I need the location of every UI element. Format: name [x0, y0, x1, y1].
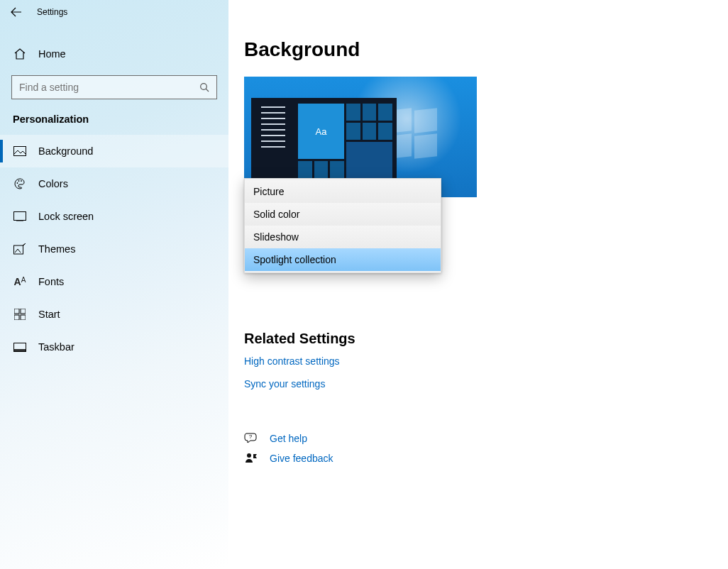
sidebar: Home Personalization Background Colors L…: [0, 0, 228, 569]
get-help-link[interactable]: Get help: [270, 433, 307, 444]
svg-line-3: [206, 89, 209, 92]
palette-icon: [13, 177, 27, 190]
svg-point-2: [200, 83, 206, 89]
dropdown-option-spotlight[interactable]: Spotlight collection: [245, 248, 441, 271]
link-high-contrast[interactable]: High contrast settings: [244, 355, 340, 367]
svg-point-18: [247, 453, 251, 458]
feedback-icon: [244, 452, 258, 465]
help-icon: ?: [244, 432, 258, 445]
sidebar-item-label: Colors: [38, 178, 68, 189]
window-title: Settings: [33, 7, 67, 17]
fonts-icon: AA: [13, 276, 27, 287]
sidebar-item-label: Background: [38, 145, 93, 157]
dropdown-option-slideshow[interactable]: Slideshow: [245, 226, 441, 248]
svg-point-5: [17, 182, 18, 184]
sidebar-item-taskbar[interactable]: Taskbar: [0, 331, 228, 363]
get-help-row[interactable]: ? Get help: [244, 432, 712, 445]
feedback-row[interactable]: Give feedback: [244, 452, 712, 465]
sidebar-item-label: Fonts: [38, 276, 64, 287]
start-icon: [13, 309, 27, 320]
background-dropdown[interactable]: Picture Solid color Slideshow Spotlight …: [244, 178, 441, 273]
sidebar-item-lock-screen[interactable]: Lock screen: [0, 200, 228, 233]
taskbar-icon: [13, 343, 27, 352]
home-label: Home: [38, 48, 66, 60]
search-icon: [192, 82, 216, 93]
sidebar-item-fonts[interactable]: AA Fonts: [0, 265, 228, 298]
titlebar: Settings: [0, 0, 728, 24]
page-title: Background: [244, 38, 712, 61]
picture-icon: [13, 146, 27, 156]
sidebar-item-themes[interactable]: Themes: [0, 233, 228, 265]
back-button[interactable]: [0, 0, 33, 24]
svg-rect-4: [14, 147, 26, 156]
feedback-link[interactable]: Give feedback: [270, 453, 333, 464]
svg-rect-13: [14, 315, 19, 320]
link-sync-settings[interactable]: Sync your settings: [244, 378, 325, 390]
svg-text:?: ?: [249, 433, 253, 440]
svg-rect-8: [14, 212, 26, 221]
category-heading: Personalization: [0, 109, 228, 135]
svg-point-7: [21, 180, 22, 182]
svg-rect-14: [21, 315, 26, 320]
svg-rect-16: [14, 349, 26, 352]
related-settings-heading: Related Settings: [244, 331, 712, 347]
dropdown-option-picture[interactable]: Picture: [245, 180, 441, 203]
svg-rect-11: [14, 309, 19, 314]
arrow-left-icon: [11, 6, 22, 18]
svg-rect-9: [16, 221, 23, 221]
sidebar-item-label: Start: [38, 309, 60, 320]
sidebar-item-start[interactable]: Start: [0, 298, 228, 331]
lock-screen-icon: [13, 211, 27, 221]
svg-rect-12: [21, 309, 26, 314]
themes-icon: [13, 243, 27, 255]
sidebar-item-label: Lock screen: [38, 211, 94, 222]
sidebar-item-label: Themes: [38, 243, 75, 255]
svg-point-6: [18, 180, 20, 182]
search-input[interactable]: [12, 82, 192, 93]
sidebar-item-colors[interactable]: Colors: [0, 167, 228, 200]
sidebar-item-label: Taskbar: [38, 341, 75, 353]
main-panel: Background Aa Related Settings High cont…: [228, 0, 728, 569]
sidebar-item-background[interactable]: Background: [0, 135, 228, 167]
home-link[interactable]: Home: [0, 38, 228, 70]
home-icon: [13, 48, 27, 60]
dropdown-option-solid-color[interactable]: Solid color: [245, 203, 441, 226]
preview-sample-text: Aa: [298, 104, 344, 159]
search-box[interactable]: [11, 75, 217, 99]
